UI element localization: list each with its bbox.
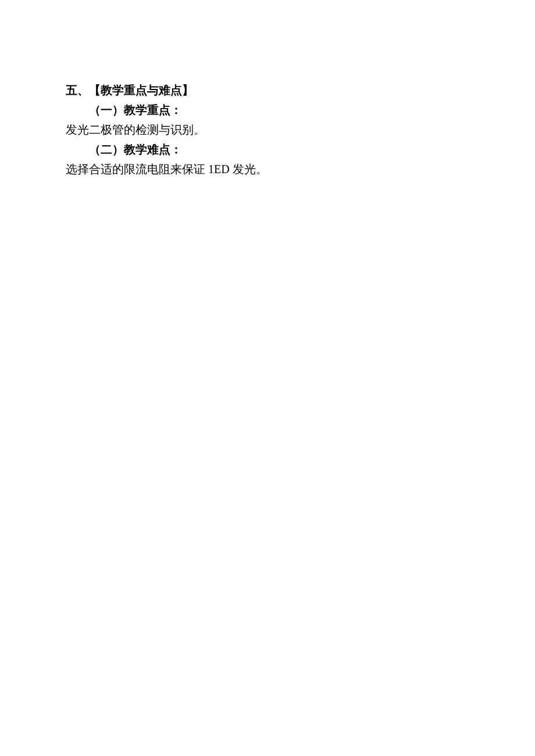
- subsection-1-content: 发光二极管的检测与识别。: [66, 120, 469, 139]
- subsection-1-heading: （一）教学重点：: [66, 100, 469, 120]
- subsection-2-heading: （二）教学难点：: [66, 139, 469, 159]
- subsection-2-content: 选择合适的限流电阻来保证 1ED 发光。: [66, 159, 469, 179]
- section-heading: 五、【教学重点与难点】: [66, 80, 469, 100]
